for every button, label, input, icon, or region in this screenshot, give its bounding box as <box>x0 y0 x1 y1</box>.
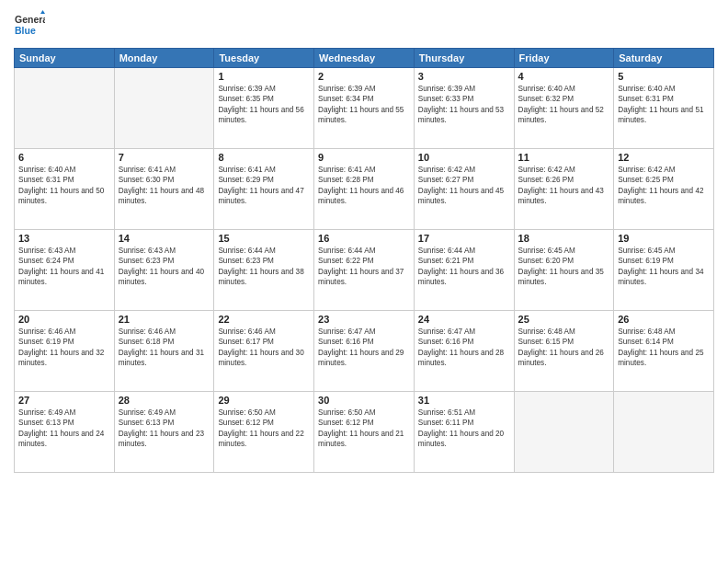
calendar-cell: 4 Sunrise: 6:40 AM Sunset: 6:32 PM Dayli… <box>514 68 614 149</box>
cell-info: Sunrise: 6:42 AM Sunset: 6:25 PM Dayligh… <box>618 165 710 207</box>
cell-info: Sunrise: 6:45 AM Sunset: 6:20 PM Dayligh… <box>518 246 610 288</box>
logo: General Blue <box>14 9 45 40</box>
day-number: 30 <box>318 395 410 406</box>
cell-info: Sunrise: 6:47 AM Sunset: 6:16 PM Dayligh… <box>318 327 410 369</box>
calendar-cell <box>114 68 214 149</box>
calendar-cell: 31 Sunrise: 6:51 AM Sunset: 6:11 PM Dayl… <box>414 392 514 473</box>
calendar-cell: 28 Sunrise: 6:49 AM Sunset: 6:13 PM Dayl… <box>114 392 214 473</box>
cell-info: Sunrise: 6:39 AM Sunset: 6:33 PM Dayligh… <box>418 84 510 126</box>
weekday-header-wednesday: Wednesday <box>314 49 415 68</box>
day-number: 5 <box>618 71 710 82</box>
calendar-cell <box>614 392 714 473</box>
calendar-cell: 9 Sunrise: 6:41 AM Sunset: 6:28 PM Dayli… <box>314 149 415 230</box>
weekday-header-row: SundayMondayTuesdayWednesdayThursdayFrid… <box>15 49 714 68</box>
day-number: 2 <box>318 71 410 82</box>
calendar-cell: 8 Sunrise: 6:41 AM Sunset: 6:29 PM Dayli… <box>214 149 314 230</box>
cell-info: Sunrise: 6:46 AM Sunset: 6:18 PM Dayligh… <box>119 327 210 369</box>
day-number: 11 <box>518 152 610 163</box>
day-number: 19 <box>618 233 710 244</box>
calendar-cell <box>514 392 614 473</box>
cell-info: Sunrise: 6:40 AM Sunset: 6:32 PM Dayligh… <box>518 84 610 126</box>
day-number: 13 <box>18 233 110 244</box>
cell-info: Sunrise: 6:46 AM Sunset: 6:19 PM Dayligh… <box>18 327 110 369</box>
cell-info: Sunrise: 6:50 AM Sunset: 6:12 PM Dayligh… <box>218 408 310 450</box>
day-number: 29 <box>218 395 310 406</box>
cell-info: Sunrise: 6:41 AM Sunset: 6:28 PM Dayligh… <box>318 165 410 207</box>
cell-info: Sunrise: 6:46 AM Sunset: 6:17 PM Dayligh… <box>218 327 310 369</box>
cell-info: Sunrise: 6:50 AM Sunset: 6:12 PM Dayligh… <box>318 408 410 450</box>
calendar-cell: 6 Sunrise: 6:40 AM Sunset: 6:31 PM Dayli… <box>15 149 115 230</box>
cell-info: Sunrise: 6:41 AM Sunset: 6:30 PM Dayligh… <box>119 165 210 207</box>
calendar-cell: 27 Sunrise: 6:49 AM Sunset: 6:13 PM Dayl… <box>15 392 115 473</box>
cell-info: Sunrise: 6:41 AM Sunset: 6:29 PM Dayligh… <box>218 165 310 207</box>
calendar-cell: 13 Sunrise: 6:43 AM Sunset: 6:24 PM Dayl… <box>15 230 115 311</box>
day-number: 26 <box>618 314 710 325</box>
cell-info: Sunrise: 6:49 AM Sunset: 6:13 PM Dayligh… <box>18 408 110 450</box>
calendar-cell: 11 Sunrise: 6:42 AM Sunset: 6:26 PM Dayl… <box>514 149 614 230</box>
day-number: 24 <box>418 314 510 325</box>
calendar-cell: 18 Sunrise: 6:45 AM Sunset: 6:20 PM Dayl… <box>514 230 614 311</box>
cell-info: Sunrise: 6:40 AM Sunset: 6:31 PM Dayligh… <box>618 84 710 126</box>
weekday-header-saturday: Saturday <box>614 49 714 68</box>
day-number: 15 <box>218 233 310 244</box>
calendar-cell: 17 Sunrise: 6:44 AM Sunset: 6:21 PM Dayl… <box>414 230 514 311</box>
cell-info: Sunrise: 6:48 AM Sunset: 6:14 PM Dayligh… <box>618 327 710 369</box>
weekday-header-monday: Monday <box>114 49 214 68</box>
day-number: 4 <box>518 71 610 82</box>
cell-info: Sunrise: 6:44 AM Sunset: 6:21 PM Dayligh… <box>418 246 510 288</box>
calendar-cell: 15 Sunrise: 6:44 AM Sunset: 6:23 PM Dayl… <box>214 230 314 311</box>
cell-info: Sunrise: 6:47 AM Sunset: 6:16 PM Dayligh… <box>418 327 510 369</box>
week-row-4: 20 Sunrise: 6:46 AM Sunset: 6:19 PM Dayl… <box>15 311 714 392</box>
day-number: 3 <box>418 71 510 82</box>
logo-svg: General Blue <box>14 9 45 40</box>
cell-info: Sunrise: 6:42 AM Sunset: 6:26 PM Dayligh… <box>518 165 610 207</box>
cell-info: Sunrise: 6:44 AM Sunset: 6:23 PM Dayligh… <box>218 246 310 288</box>
day-number: 16 <box>318 233 410 244</box>
weekday-header-friday: Friday <box>514 49 614 68</box>
day-number: 14 <box>119 233 210 244</box>
day-number: 10 <box>418 152 510 163</box>
calendar-cell: 26 Sunrise: 6:48 AM Sunset: 6:14 PM Dayl… <box>614 311 714 392</box>
calendar-cell: 30 Sunrise: 6:50 AM Sunset: 6:12 PM Dayl… <box>314 392 415 473</box>
page: General Blue SundayMondayTuesdayWednesda… <box>0 0 728 563</box>
calendar-cell: 25 Sunrise: 6:48 AM Sunset: 6:15 PM Dayl… <box>514 311 614 392</box>
calendar-cell: 12 Sunrise: 6:42 AM Sunset: 6:25 PM Dayl… <box>614 149 714 230</box>
day-number: 18 <box>518 233 610 244</box>
calendar-cell: 5 Sunrise: 6:40 AM Sunset: 6:31 PM Dayli… <box>614 68 714 149</box>
calendar-cell: 29 Sunrise: 6:50 AM Sunset: 6:12 PM Dayl… <box>214 392 314 473</box>
cell-info: Sunrise: 6:49 AM Sunset: 6:13 PM Dayligh… <box>119 408 210 450</box>
week-row-2: 6 Sunrise: 6:40 AM Sunset: 6:31 PM Dayli… <box>15 149 714 230</box>
day-number: 7 <box>119 152 210 163</box>
weekday-header-tuesday: Tuesday <box>214 49 314 68</box>
calendar-cell: 10 Sunrise: 6:42 AM Sunset: 6:27 PM Dayl… <box>414 149 514 230</box>
svg-text:Blue: Blue <box>15 25 36 36</box>
cell-info: Sunrise: 6:42 AM Sunset: 6:27 PM Dayligh… <box>418 165 510 207</box>
calendar-cell: 20 Sunrise: 6:46 AM Sunset: 6:19 PM Dayl… <box>15 311 115 392</box>
svg-text:General: General <box>15 14 45 25</box>
week-row-3: 13 Sunrise: 6:43 AM Sunset: 6:24 PM Dayl… <box>15 230 714 311</box>
week-row-5: 27 Sunrise: 6:49 AM Sunset: 6:13 PM Dayl… <box>15 392 714 473</box>
calendar-cell: 3 Sunrise: 6:39 AM Sunset: 6:33 PM Dayli… <box>414 68 514 149</box>
calendar-cell: 22 Sunrise: 6:46 AM Sunset: 6:17 PM Dayl… <box>214 311 314 392</box>
day-number: 9 <box>318 152 410 163</box>
weekday-header-thursday: Thursday <box>414 49 514 68</box>
day-number: 1 <box>218 71 310 82</box>
day-number: 12 <box>618 152 710 163</box>
header: General Blue <box>14 9 714 40</box>
day-number: 22 <box>218 314 310 325</box>
day-number: 25 <box>518 314 610 325</box>
cell-info: Sunrise: 6:43 AM Sunset: 6:23 PM Dayligh… <box>119 246 210 288</box>
calendar-cell: 14 Sunrise: 6:43 AM Sunset: 6:23 PM Dayl… <box>114 230 214 311</box>
calendar-cell: 7 Sunrise: 6:41 AM Sunset: 6:30 PM Dayli… <box>114 149 214 230</box>
cell-info: Sunrise: 6:51 AM Sunset: 6:11 PM Dayligh… <box>418 408 510 450</box>
weekday-header-sunday: Sunday <box>15 49 115 68</box>
cell-info: Sunrise: 6:48 AM Sunset: 6:15 PM Dayligh… <box>518 327 610 369</box>
day-number: 20 <box>18 314 110 325</box>
day-number: 23 <box>318 314 410 325</box>
calendar-cell: 19 Sunrise: 6:45 AM Sunset: 6:19 PM Dayl… <box>614 230 714 311</box>
cell-info: Sunrise: 6:43 AM Sunset: 6:24 PM Dayligh… <box>18 246 110 288</box>
calendar: SundayMondayTuesdayWednesdayThursdayFrid… <box>14 48 714 473</box>
cell-info: Sunrise: 6:40 AM Sunset: 6:31 PM Dayligh… <box>18 165 110 207</box>
day-number: 21 <box>119 314 210 325</box>
day-number: 17 <box>418 233 510 244</box>
